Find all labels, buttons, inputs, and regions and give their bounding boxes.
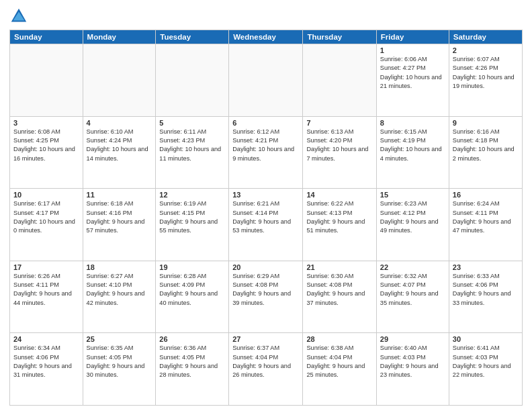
day-info: Sunrise: 6:28 AM Sunset: 4:09 PM Dayligh… <box>159 272 225 308</box>
calendar-cell: 24Sunrise: 6:34 AM Sunset: 4:06 PM Dayli… <box>10 333 83 406</box>
day-info: Sunrise: 6:41 AM Sunset: 4:03 PM Dayligh… <box>453 344 519 379</box>
calendar-cell: 26Sunrise: 6:36 AM Sunset: 4:05 PM Dayli… <box>156 333 229 406</box>
weekday-header: Tuesday <box>156 30 229 44</box>
day-info: Sunrise: 6:34 AM Sunset: 4:06 PM Dayligh… <box>13 344 79 379</box>
calendar-header-row: SundayMondayTuesdayWednesdayThursdayFrid… <box>10 30 523 44</box>
calendar-week-row: 3Sunrise: 6:08 AM Sunset: 4:25 PM Daylig… <box>10 116 523 189</box>
weekday-header: Wednesday <box>229 30 303 44</box>
day-info: Sunrise: 6:27 AM Sunset: 4:10 PM Dayligh… <box>87 272 152 308</box>
day-number: 12 <box>159 191 225 199</box>
calendar-cell: 30Sunrise: 6:41 AM Sunset: 4:03 PM Dayli… <box>449 333 522 406</box>
calendar-cell <box>229 44 303 117</box>
day-info: Sunrise: 6:37 AM Sunset: 4:04 PM Dayligh… <box>232 344 299 379</box>
day-info: Sunrise: 6:29 AM Sunset: 4:08 PM Dayligh… <box>232 272 299 308</box>
calendar-week-row: 1Sunrise: 6:06 AM Sunset: 4:27 PM Daylig… <box>10 44 523 117</box>
calendar-cell <box>83 44 156 117</box>
calendar-cell: 13Sunrise: 6:21 AM Sunset: 4:14 PM Dayli… <box>229 189 303 261</box>
day-number: 27 <box>232 335 299 343</box>
day-number: 15 <box>380 191 445 199</box>
calendar-cell <box>303 44 376 117</box>
calendar-cell: 18Sunrise: 6:27 AM Sunset: 4:10 PM Dayli… <box>83 261 156 333</box>
day-info: Sunrise: 6:35 AM Sunset: 4:05 PM Dayligh… <box>87 344 152 379</box>
weekday-header: Monday <box>83 30 156 44</box>
day-number: 1 <box>380 46 445 54</box>
day-info: Sunrise: 6:38 AM Sunset: 4:04 PM Dayligh… <box>306 344 372 379</box>
calendar-table: SundayMondayTuesdayWednesdayThursdayFrid… <box>9 30 523 406</box>
day-number: 3 <box>13 119 79 127</box>
calendar-cell: 8Sunrise: 6:15 AM Sunset: 4:19 PM Daylig… <box>376 116 449 189</box>
calendar-week-row: 17Sunrise: 6:26 AM Sunset: 4:11 PM Dayli… <box>10 261 523 333</box>
day-number: 20 <box>232 263 299 271</box>
logo-icon <box>9 7 28 26</box>
day-number: 21 <box>306 263 372 271</box>
day-info: Sunrise: 6:17 AM Sunset: 4:17 PM Dayligh… <box>13 199 79 235</box>
page: SundayMondayTuesdayWednesdayThursdayFrid… <box>0 0 532 411</box>
day-info: Sunrise: 6:21 AM Sunset: 4:14 PM Dayligh… <box>232 199 299 235</box>
day-number: 2 <box>453 46 519 54</box>
calendar-cell: 19Sunrise: 6:28 AM Sunset: 4:09 PM Dayli… <box>156 261 229 333</box>
weekday-header: Thursday <box>303 30 376 44</box>
calendar-cell: 5Sunrise: 6:11 AM Sunset: 4:23 PM Daylig… <box>156 116 229 189</box>
day-info: Sunrise: 6:13 AM Sunset: 4:20 PM Dayligh… <box>306 128 372 163</box>
day-info: Sunrise: 6:07 AM Sunset: 4:26 PM Dayligh… <box>453 55 519 91</box>
day-info: Sunrise: 6:32 AM Sunset: 4:07 PM Dayligh… <box>380 272 445 308</box>
day-info: Sunrise: 6:36 AM Sunset: 4:05 PM Dayligh… <box>159 344 225 379</box>
calendar-cell: 10Sunrise: 6:17 AM Sunset: 4:17 PM Dayli… <box>10 189 83 261</box>
calendar-cell: 29Sunrise: 6:40 AM Sunset: 4:03 PM Dayli… <box>376 333 449 406</box>
calendar-cell: 16Sunrise: 6:24 AM Sunset: 4:11 PM Dayli… <box>449 189 522 261</box>
day-number: 28 <box>306 335 372 343</box>
day-number: 24 <box>13 335 79 343</box>
day-number: 7 <box>306 119 372 127</box>
calendar-week-row: 10Sunrise: 6:17 AM Sunset: 4:17 PM Dayli… <box>10 189 523 261</box>
weekday-header: Sunday <box>10 30 83 44</box>
calendar-cell: 17Sunrise: 6:26 AM Sunset: 4:11 PM Dayli… <box>10 261 83 333</box>
day-info: Sunrise: 6:33 AM Sunset: 4:06 PM Dayligh… <box>453 272 519 308</box>
calendar-cell: 23Sunrise: 6:33 AM Sunset: 4:06 PM Dayli… <box>449 261 522 333</box>
header <box>9 7 523 26</box>
calendar-cell: 27Sunrise: 6:37 AM Sunset: 4:04 PM Dayli… <box>229 333 303 406</box>
day-info: Sunrise: 6:18 AM Sunset: 4:16 PM Dayligh… <box>87 199 152 235</box>
day-number: 8 <box>380 119 445 127</box>
day-number: 16 <box>453 191 519 199</box>
day-info: Sunrise: 6:30 AM Sunset: 4:08 PM Dayligh… <box>306 272 372 308</box>
day-number: 18 <box>87 263 152 271</box>
day-info: Sunrise: 6:16 AM Sunset: 4:18 PM Dayligh… <box>453 128 519 163</box>
day-info: Sunrise: 6:10 AM Sunset: 4:24 PM Dayligh… <box>87 128 152 163</box>
calendar-body: 1Sunrise: 6:06 AM Sunset: 4:27 PM Daylig… <box>10 44 523 406</box>
day-info: Sunrise: 6:22 AM Sunset: 4:13 PM Dayligh… <box>306 199 372 235</box>
day-info: Sunrise: 6:08 AM Sunset: 4:25 PM Dayligh… <box>13 128 79 163</box>
day-info: Sunrise: 6:23 AM Sunset: 4:12 PM Dayligh… <box>380 199 445 235</box>
day-info: Sunrise: 6:06 AM Sunset: 4:27 PM Dayligh… <box>380 55 445 91</box>
calendar-cell: 14Sunrise: 6:22 AM Sunset: 4:13 PM Dayli… <box>303 189 376 261</box>
day-info: Sunrise: 6:19 AM Sunset: 4:15 PM Dayligh… <box>159 199 225 235</box>
calendar-cell: 21Sunrise: 6:30 AM Sunset: 4:08 PM Dayli… <box>303 261 376 333</box>
calendar-cell: 20Sunrise: 6:29 AM Sunset: 4:08 PM Dayli… <box>229 261 303 333</box>
calendar-cell: 4Sunrise: 6:10 AM Sunset: 4:24 PM Daylig… <box>83 116 156 189</box>
calendar-cell: 28Sunrise: 6:38 AM Sunset: 4:04 PM Dayli… <box>303 333 376 406</box>
day-info: Sunrise: 6:12 AM Sunset: 4:21 PM Dayligh… <box>232 128 299 163</box>
day-number: 19 <box>159 263 225 271</box>
day-number: 11 <box>87 191 152 199</box>
day-number: 17 <box>13 263 79 271</box>
day-number: 6 <box>232 119 299 127</box>
day-number: 9 <box>453 119 519 127</box>
calendar-cell: 15Sunrise: 6:23 AM Sunset: 4:12 PM Dayli… <box>376 189 449 261</box>
calendar-cell: 22Sunrise: 6:32 AM Sunset: 4:07 PM Dayli… <box>376 261 449 333</box>
day-number: 29 <box>380 335 445 343</box>
calendar-cell: 25Sunrise: 6:35 AM Sunset: 4:05 PM Dayli… <box>83 333 156 406</box>
calendar-week-row: 24Sunrise: 6:34 AM Sunset: 4:06 PM Dayli… <box>10 333 523 406</box>
logo <box>9 7 31 26</box>
calendar-cell: 6Sunrise: 6:12 AM Sunset: 4:21 PM Daylig… <box>229 116 303 189</box>
calendar-cell: 3Sunrise: 6:08 AM Sunset: 4:25 PM Daylig… <box>10 116 83 189</box>
day-number: 5 <box>159 119 225 127</box>
day-number: 4 <box>87 119 152 127</box>
calendar-cell <box>156 44 229 117</box>
day-info: Sunrise: 6:26 AM Sunset: 4:11 PM Dayligh… <box>13 272 79 308</box>
day-info: Sunrise: 6:11 AM Sunset: 4:23 PM Dayligh… <box>159 128 225 163</box>
day-number: 22 <box>380 263 445 271</box>
weekday-header: Friday <box>376 30 449 44</box>
day-number: 13 <box>232 191 299 199</box>
day-number: 14 <box>306 191 372 199</box>
calendar-cell: 1Sunrise: 6:06 AM Sunset: 4:27 PM Daylig… <box>376 44 449 117</box>
calendar-cell <box>10 44 83 117</box>
